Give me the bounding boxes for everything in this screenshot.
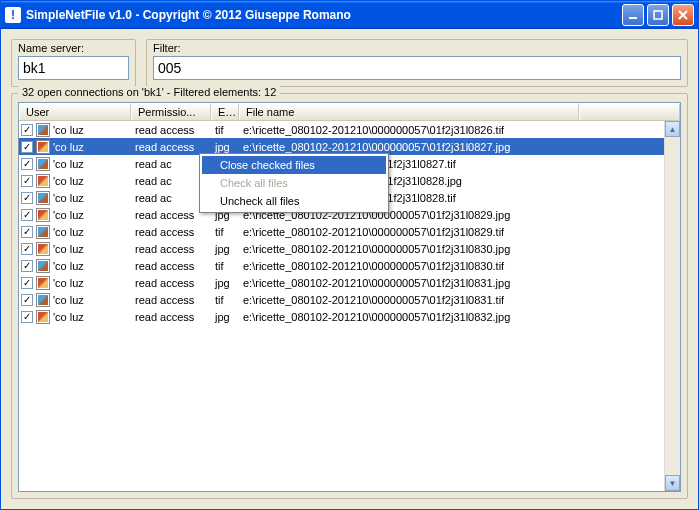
user-text: 'co luz	[53, 192, 84, 204]
user-text: 'co luz	[53, 124, 84, 136]
user-text: 'co luz	[53, 158, 84, 170]
image-jpg-icon	[36, 208, 50, 222]
cell-ext: jpg	[211, 243, 239, 255]
name-server-group: Name server:	[11, 39, 136, 87]
row-checkbox[interactable]: ✓	[21, 260, 33, 272]
cell-user: ✓'co luz	[19, 310, 131, 324]
table-row[interactable]: ✓'co luzread accesstife:\ricette_080102-…	[19, 121, 680, 138]
image-jpg-icon	[36, 276, 50, 290]
image-jpg-icon	[36, 174, 50, 188]
row-checkbox[interactable]: ✓	[21, 294, 33, 306]
cell-user: ✓'co luz	[19, 157, 131, 171]
image-jpg-icon	[36, 140, 50, 154]
row-checkbox[interactable]: ✓	[21, 192, 33, 204]
svg-rect-1	[654, 11, 662, 19]
name-server-label: Name server:	[18, 42, 129, 54]
cell-user: ✓'co luz	[19, 123, 131, 137]
image-tif-icon	[36, 157, 50, 171]
row-checkbox[interactable]: ✓	[21, 311, 33, 323]
minimize-button[interactable]	[622, 4, 644, 26]
table-row[interactable]: ✓'co luzread accesstife:\ricette_080102-…	[19, 257, 680, 274]
image-tif-icon	[36, 225, 50, 239]
cell-permission: read access	[131, 311, 211, 323]
cell-filename: e:\ricette_080102-201210\000000057\01f2j…	[239, 243, 579, 255]
menu-uncheck-all[interactable]: Uncheck all files	[202, 192, 386, 210]
row-checkbox[interactable]: ✓	[21, 124, 33, 136]
row-checkbox[interactable]: ✓	[21, 141, 33, 153]
vertical-scrollbar[interactable]: ▲ ▼	[664, 121, 680, 491]
cell-user: ✓'co luz	[19, 191, 131, 205]
filter-group: Filter:	[146, 39, 688, 87]
cell-filename: e:\ricette_080102-201210\000000057\01f2j…	[239, 294, 579, 306]
cell-filename: e:\ricette_080102-201210\000000057\01f2j…	[239, 260, 579, 272]
cell-permission: read access	[131, 124, 211, 136]
user-text: 'co luz	[53, 294, 84, 306]
menu-close-checked[interactable]: Close checked files	[202, 156, 386, 174]
cell-ext: tif	[211, 124, 239, 136]
row-checkbox[interactable]: ✓	[21, 175, 33, 187]
col-permission[interactable]: Permissio...	[131, 103, 211, 120]
cell-permission: read access	[131, 226, 211, 238]
user-text: 'co luz	[53, 175, 84, 187]
scroll-track[interactable]	[665, 137, 680, 475]
filter-input[interactable]	[153, 56, 681, 80]
row-checkbox[interactable]: ✓	[21, 209, 33, 221]
cell-ext: jpg	[211, 311, 239, 323]
close-button[interactable]	[672, 4, 694, 26]
table-row[interactable]: ✓'co luzread accessjpge:\ricette_080102-…	[19, 308, 680, 325]
cell-permission: read access	[131, 243, 211, 255]
file-listview[interactable]: User Permissio... E... File name ✓'co lu…	[18, 102, 681, 492]
table-row[interactable]: ✓'co luzread accesstife:\ricette_080102-…	[19, 223, 680, 240]
col-filename[interactable]: File name	[239, 103, 579, 120]
cell-filename: e:\ricette_080102-201210\000000057\01f2j…	[239, 311, 579, 323]
image-tif-icon	[36, 293, 50, 307]
table-row[interactable]: ✓'co luzread accessjpge:\ricette_080102-…	[19, 274, 680, 291]
col-ext[interactable]: E...	[211, 103, 239, 120]
scroll-down-icon[interactable]: ▼	[665, 475, 680, 491]
cell-permission: read access	[131, 260, 211, 272]
cell-ext: jpg	[211, 141, 239, 153]
cell-user: ✓'co luz	[19, 140, 131, 154]
cell-user: ✓'co luz	[19, 259, 131, 273]
cell-filename: e:\ricette_080102-201210\000000057\01f2j…	[239, 277, 579, 289]
image-jpg-icon	[36, 242, 50, 256]
col-user[interactable]: User	[19, 103, 131, 120]
user-text: 'co luz	[53, 209, 84, 221]
user-text: 'co luz	[53, 277, 84, 289]
group-legend: 32 open connections on 'bk1' - Filtered …	[18, 86, 280, 98]
user-text: 'co luz	[53, 141, 84, 153]
window-title: SimpleNetFile v1.0 - Copyright © 2012 Gi…	[26, 8, 622, 22]
window-body: Name server: Filter: 32 open connections…	[1, 29, 698, 509]
user-text: 'co luz	[53, 260, 84, 272]
row-checkbox[interactable]: ✓	[21, 243, 33, 255]
user-text: 'co luz	[53, 243, 84, 255]
table-row[interactable]: ✓'co luzread accesstife:\ricette_080102-…	[19, 291, 680, 308]
context-menu: Close checked files Check all files Unch…	[199, 153, 389, 213]
row-checkbox[interactable]: ✓	[21, 158, 33, 170]
menu-check-all[interactable]: Check all files	[202, 174, 386, 192]
cell-permission: read access	[131, 141, 211, 153]
cell-user: ✓'co luz	[19, 276, 131, 290]
name-server-input[interactable]	[18, 56, 129, 80]
table-row[interactable]: ✓'co luzread accessjpge:\ricette_080102-…	[19, 240, 680, 257]
app-icon: !	[5, 7, 21, 23]
cell-ext: jpg	[211, 277, 239, 289]
image-tif-icon	[36, 123, 50, 137]
cell-ext: tif	[211, 294, 239, 306]
row-checkbox[interactable]: ✓	[21, 277, 33, 289]
image-tif-icon	[36, 191, 50, 205]
scroll-up-icon[interactable]: ▲	[665, 121, 680, 137]
cell-ext: tif	[211, 226, 239, 238]
maximize-button[interactable]	[647, 4, 669, 26]
app-window: ! SimpleNetFile v1.0 - Copyright © 2012 …	[0, 0, 699, 510]
title-bar[interactable]: ! SimpleNetFile v1.0 - Copyright © 2012 …	[1, 1, 698, 29]
cell-filename: e:\ricette_080102-201210\000000057\01f2j…	[239, 141, 579, 153]
cell-permission: read access	[131, 277, 211, 289]
col-pad[interactable]	[579, 103, 680, 120]
listview-header[interactable]: User Permissio... E... File name	[19, 103, 680, 121]
cell-user: ✓'co luz	[19, 225, 131, 239]
cell-user: ✓'co luz	[19, 293, 131, 307]
cell-permission: read access	[131, 294, 211, 306]
image-tif-icon	[36, 259, 50, 273]
row-checkbox[interactable]: ✓	[21, 226, 33, 238]
